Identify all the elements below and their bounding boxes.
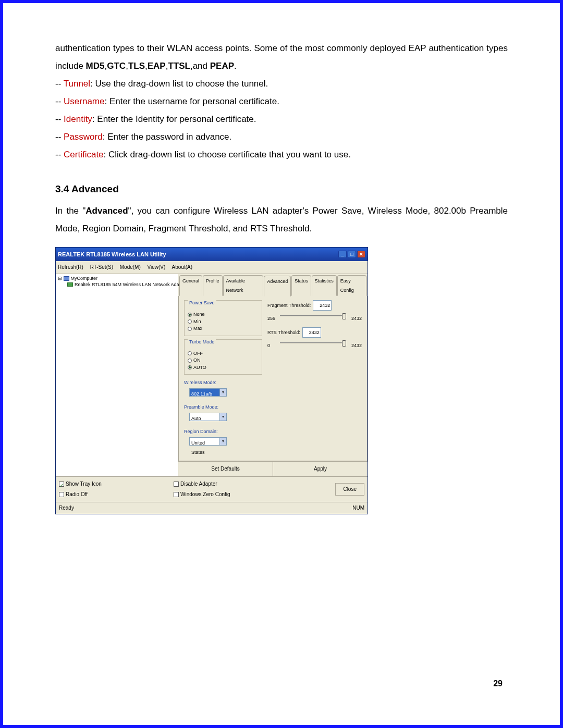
paragraph-eap: authentication types to their WLAN acces… (55, 40, 508, 75)
check-windows-zero-config[interactable]: Windows Zero Config (174, 489, 230, 500)
line-certificate: -- Certificate: Click drag-down list to … (55, 146, 508, 164)
minimize-button[interactable]: _ (338, 251, 347, 258)
radio-power-min[interactable]: Min (188, 318, 259, 326)
radio-turbo-on[interactable]: ON (188, 357, 259, 364)
computer-icon (64, 276, 69, 281)
screenshot-window: REALTEK RTL8185 Wireless LAN Utility _ □… (55, 247, 368, 514)
tab-status[interactable]: Status (291, 275, 311, 296)
slider-rts-threshold: RTS Threshold:2432 0 2432 (267, 327, 362, 347)
fieldset-power-save: Power Save None Min Max (184, 300, 262, 336)
radio-turbo-auto[interactable]: AUTO (188, 364, 259, 372)
frag-min: 256 (267, 314, 275, 323)
tab-advanced[interactable]: Advanced (264, 276, 291, 297)
tab-statistics[interactable]: Statistics (312, 275, 337, 296)
rts-max: 2432 (351, 341, 362, 350)
menu-rtset[interactable]: RT-Set(S) (90, 264, 113, 270)
line-username: -- Username: Enter the username for pers… (55, 93, 508, 110)
set-defaults-button[interactable]: Set Defaults (201, 463, 250, 475)
radio-power-max[interactable]: Max (188, 325, 259, 332)
fieldset-turbo-mode: Turbo Mode OFF ON AUTO (184, 339, 262, 375)
close-button[interactable]: Close (335, 483, 364, 496)
frag-max: 2432 (351, 314, 362, 323)
adapter-icon (67, 282, 73, 287)
window-title: REALTEK RTL8185 Wireless LAN Utility (58, 249, 166, 260)
tab-profile[interactable]: Profile (203, 275, 223, 296)
status-num: NUM (352, 503, 364, 513)
slider-fragment-threshold: Fragment Threshold:2432 256 2432 (267, 300, 362, 320)
combo-wireless-mode[interactable]: 802.11a/b▾ (189, 388, 227, 397)
apply-button[interactable]: Apply (303, 463, 337, 475)
doc-body: authentication types to their WLAN acces… (55, 40, 508, 514)
chevron-down-icon: ▾ (219, 413, 226, 421)
tab-general[interactable]: General (179, 275, 202, 296)
tab-available-network[interactable]: Available Network (223, 275, 264, 296)
legend-turbo: Turbo Mode (188, 337, 216, 347)
tree-adapter[interactable]: Realtek RTL8185 54M Wireless LAN Network… (58, 282, 176, 288)
chevron-down-icon: ▾ (219, 389, 226, 396)
rts-threshold-value[interactable]: 2432 (302, 327, 321, 338)
bottom-check-row: Show Tray Icon Radio Off Disable Adapter… (56, 476, 368, 502)
check-disable-adapter[interactable]: Disable Adapter (174, 479, 230, 489)
menu-mode[interactable]: Mode(M) (120, 264, 141, 270)
label-wireless-mode: Wireless Mode: (184, 378, 262, 387)
line-identity: -- Identity: Enter the Identity for pers… (55, 110, 508, 128)
content-pane: General Profile Available Network Advanc… (178, 274, 368, 476)
line-password: -- Password: Enter the password in advan… (55, 128, 508, 146)
menu-bar: Refresh(R) RT-Set(S) Mode(M) View(V) Abo… (56, 261, 368, 274)
page-number: 29 (493, 679, 503, 688)
maximize-button[interactable]: □ (348, 251, 356, 258)
status-bar: Ready NUM (56, 502, 368, 514)
combo-preamble-mode[interactable]: Auto▾ (189, 413, 227, 421)
window-titlebar[interactable]: REALTEK RTL8185 Wireless LAN Utility _ □… (56, 248, 368, 261)
tab-body-advanced: Power Save None Min Max Turbo Mode OFF (178, 296, 368, 461)
check-radio-off[interactable]: Radio Off (59, 489, 163, 500)
combo-region-domain[interactable]: United States▾ (189, 437, 227, 446)
section-heading-advanced: 3.4 Advanced (55, 179, 508, 199)
tab-strip: General Profile Available Network Advanc… (178, 274, 368, 296)
tab-easy-config[interactable]: Easy Config (337, 275, 366, 296)
window-buttons: _ □ ✕ (338, 251, 365, 258)
chevron-down-icon: ▾ (219, 438, 226, 445)
label-preamble-mode: Preamble Mode: (184, 402, 262, 412)
section-body-advanced: In the "Advanced", you can configure Wir… (55, 202, 508, 238)
tree-pane: ⊟ MyComputer Realtek RTL8185 54M Wireles… (56, 274, 178, 476)
rts-min: 0 (267, 341, 270, 350)
radio-power-none[interactable]: None (188, 311, 259, 318)
frag-track[interactable] (280, 315, 346, 316)
close-window-button[interactable]: ✕ (357, 251, 365, 258)
fragment-threshold-value[interactable]: 2432 (313, 300, 332, 311)
menu-view[interactable]: View(V) (148, 264, 166, 270)
radio-turbo-off[interactable]: OFF (188, 350, 259, 357)
menu-refresh[interactable]: Refresh(R) (58, 264, 83, 270)
label-region-domain: Region Domain: (184, 427, 262, 436)
rts-track[interactable] (280, 342, 346, 343)
menu-about[interactable]: About(A) (172, 264, 192, 270)
frag-thumb[interactable] (342, 313, 346, 319)
status-ready: Ready (59, 503, 74, 513)
tree-root[interactable]: ⊟ MyComputer (58, 276, 176, 282)
action-row: Set Defaults Apply (178, 461, 368, 476)
legend-power-save: Power Save (188, 298, 216, 307)
line-tunnel: -- Tunnel: Use the drag-down list to cho… (55, 75, 508, 93)
rts-thumb[interactable] (342, 340, 346, 347)
check-show-tray-icon[interactable]: Show Tray Icon (59, 479, 163, 489)
